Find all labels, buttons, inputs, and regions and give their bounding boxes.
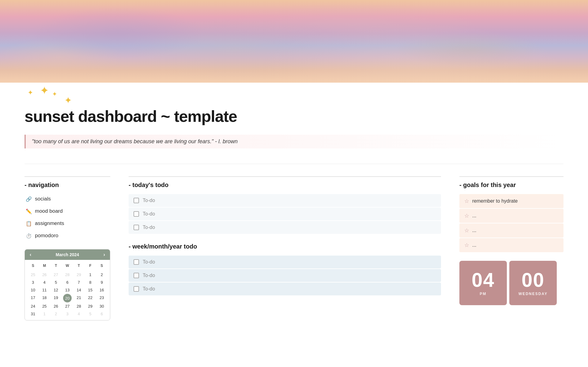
nav-label-socials: socials (35, 196, 51, 202)
todays-todo-heading: - today's todo (129, 182, 441, 189)
goal-label-1: remember to hydrate (472, 198, 518, 204)
todo-item-1: To-do (129, 194, 441, 207)
cal-day[interactable]: 21 (73, 294, 85, 302)
nav-item-pomodoro[interactable]: ⏱️ pomodoro (24, 231, 110, 241)
cal-day[interactable]: 11 (39, 286, 50, 294)
week-todo-checkbox-2[interactable] (134, 273, 139, 278)
nav-item-moodboard[interactable]: ✏️ mood board (24, 206, 110, 216)
goal-star-icon-3: ☆ (464, 227, 469, 234)
navigation-heading: - navigation (24, 182, 110, 189)
cal-day[interactable]: 1 (39, 310, 50, 318)
cal-day[interactable]: 18 (39, 294, 50, 302)
week-todo-checkbox-3[interactable] (134, 286, 139, 292)
pencil-icon: ✏️ (26, 208, 32, 214)
clock-display: 04 PM 00 WEDNESDAY (459, 261, 564, 305)
cal-day[interactable]: 27 (50, 271, 62, 279)
calendar-week-5: 24 25 26 27 28 29 30 (27, 302, 107, 310)
nav-item-assignments[interactable]: 📋 assignments (24, 219, 110, 228)
cal-day[interactable]: 5 (85, 310, 96, 318)
cal-day[interactable]: 3 (62, 310, 73, 318)
cal-day[interactable]: 22 (85, 294, 96, 302)
cal-day[interactable]: 1 (85, 271, 96, 279)
cal-day[interactable]: 28 (73, 302, 85, 310)
calendar-week-3: 10 11 12 13 14 15 16 (27, 286, 107, 294)
quote-attribution: - l. brown (215, 138, 238, 144)
todo-checkbox-2[interactable] (134, 211, 139, 217)
calendar-next-button[interactable]: › (102, 252, 106, 257)
cal-day[interactable]: 29 (85, 302, 96, 310)
week-todo-checkbox-1[interactable] (134, 259, 139, 265)
cal-day-today[interactable]: 20 (63, 294, 72, 302)
cal-day[interactable]: 31 (27, 310, 39, 318)
week-todo-label-3: To-do (143, 286, 155, 292)
cal-day[interactable]: 4 (73, 310, 85, 318)
goal-star-icon-1: ☆ (464, 198, 469, 204)
cal-day[interactable]: 12 (50, 286, 62, 294)
cloud-layer (0, 0, 588, 83)
todo-checkbox-1[interactable] (134, 198, 139, 203)
clock-minute-block: 00 WEDNESDAY (509, 261, 557, 305)
week-todo-heading: - week/month/year todo (129, 243, 441, 250)
clock-hour: 04 (472, 270, 495, 290)
cal-day[interactable]: 27 (62, 302, 73, 310)
todo-section: - today's todo To-do To-do To-do - week/… (129, 176, 441, 305)
goal-label-2: ... (472, 213, 476, 219)
cal-day[interactable]: 26 (50, 302, 62, 310)
cal-day[interactable]: 13 (62, 286, 73, 294)
link-icon: 🔗 (26, 196, 32, 202)
week-todo-item-3: To-do (129, 283, 441, 295)
goal-item-4: ☆ ... (459, 238, 564, 252)
cal-day[interactable]: 25 (39, 302, 50, 310)
cal-day[interactable]: 8 (85, 279, 96, 286)
clock-minute: 00 (522, 270, 545, 290)
cal-day[interactable]: 30 (96, 302, 107, 310)
clock-day: WEDNESDAY (518, 292, 548, 296)
goals-heading: - goals for this year (459, 182, 564, 189)
cal-day[interactable]: 2 (96, 271, 107, 279)
cal-day[interactable]: 3 (27, 279, 39, 286)
goal-star-icon-2: ☆ (464, 212, 469, 219)
list-icon: 📋 (26, 221, 32, 227)
cal-day[interactable]: 28 (62, 271, 73, 279)
cal-day[interactable]: 7 (73, 279, 85, 286)
cal-day[interactable]: 6 (62, 279, 73, 286)
cal-day[interactable]: 26 (39, 271, 50, 279)
cal-day[interactable]: 6 (96, 310, 107, 318)
calendar-week-2: 3 4 5 6 7 8 9 (27, 279, 107, 286)
sparkle-icon-2: ✦ (40, 84, 49, 97)
cal-day[interactable]: 15 (85, 286, 96, 294)
cal-day[interactable]: 19 (50, 294, 62, 302)
quote-block: "too many of us are not living our dream… (24, 135, 564, 148)
cal-day[interactable]: 2 (50, 310, 62, 318)
cal-day[interactable]: 24 (27, 302, 39, 310)
cal-day[interactable]: 9 (96, 279, 107, 286)
calendar-prev-button[interactable]: ‹ (28, 252, 32, 257)
goal-label-4: ... (472, 242, 476, 248)
nav-label-moodboard: mood board (35, 208, 63, 214)
goal-star-icon-4: ☆ (464, 242, 469, 249)
nav-item-socials[interactable]: 🔗 socials (24, 194, 110, 204)
cal-day[interactable]: 25 (27, 271, 39, 279)
week-todo-label-2: To-do (143, 273, 155, 278)
cal-day[interactable]: 10 (27, 286, 39, 294)
calendar-week-1: 25 26 27 28 29 1 2 (27, 271, 107, 279)
cal-day[interactable]: 29 (73, 271, 85, 279)
cal-day[interactable]: 17 (27, 294, 39, 302)
cal-day[interactable]: 23 (96, 294, 107, 302)
todo-checkbox-3[interactable] (134, 225, 139, 230)
todo-label-1: To-do (143, 198, 155, 203)
goal-item-1: ☆ remember to hydrate (459, 194, 564, 208)
week-todo-item-1: To-do (129, 256, 441, 268)
main-content: ✦ ✦ ✦ ✦ sunset dashboard ~ template "too… (0, 83, 588, 339)
cal-day[interactable]: 16 (96, 286, 107, 294)
cal-day[interactable]: 4 (39, 279, 50, 286)
cal-day[interactable]: 14 (73, 286, 85, 294)
todo-item-3: To-do (129, 221, 441, 234)
week-todo-list: To-do To-do To-do (129, 256, 441, 295)
todo-label-3: To-do (143, 225, 155, 230)
sparkle-icon-1: ✦ (28, 89, 33, 97)
page-title: sunset dashboard ~ template (24, 107, 564, 125)
cal-day[interactable]: 5 (50, 279, 62, 286)
calendar-header: ‹ March 2024 › (25, 249, 110, 260)
week-todo-item-2: To-do (129, 269, 441, 282)
